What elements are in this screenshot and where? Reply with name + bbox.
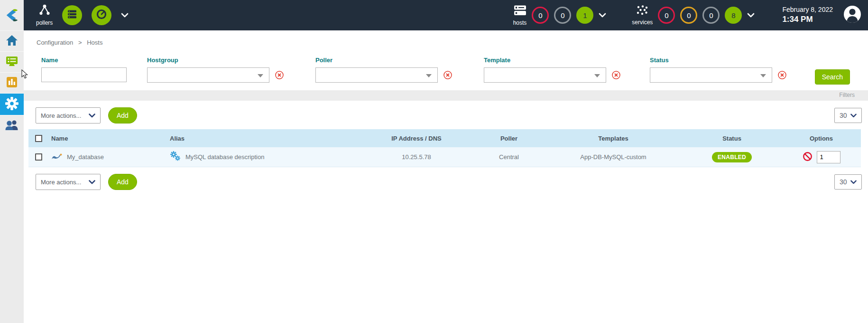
- filter-template-select[interactable]: [484, 67, 606, 83]
- more-actions-label: More actions...: [41, 112, 81, 119]
- centreon-app: pollers: [0, 0, 868, 323]
- more-actions-label: More actions...: [41, 179, 81, 186]
- breadcrumb-page[interactable]: Hosts: [87, 39, 102, 46]
- services-unknown-count[interactable]: 0: [702, 7, 720, 24]
- page-size-value: 30: [840, 112, 847, 119]
- centreon-logo[interactable]: [0, 0, 24, 30]
- header-ip[interactable]: IP Address / DNS: [360, 135, 473, 142]
- header-name[interactable]: Name: [51, 135, 68, 142]
- search-button[interactable]: Search: [815, 69, 850, 85]
- select-all-checkbox[interactable]: [35, 135, 42, 142]
- sidebar-item-home[interactable]: [0, 30, 24, 51]
- table-row: My_database: [28, 147, 861, 167]
- hosts-up-count[interactable]: 1: [576, 7, 593, 24]
- host-name-link[interactable]: My_database: [67, 153, 104, 161]
- gear-icon: [5, 97, 18, 112]
- gauge-icon: [96, 9, 107, 22]
- hosts-down-count[interactable]: 0: [532, 7, 549, 24]
- host-templates-text: App-DB-MySQL-custom: [545, 153, 682, 161]
- disable-host-icon[interactable]: [803, 152, 813, 163]
- pollers-label: pollers: [36, 19, 53, 26]
- filter-status-select[interactable]: [650, 67, 772, 83]
- top-toolbar: More actions... Add 30: [36, 107, 862, 124]
- header-status[interactable]: Status: [682, 135, 782, 142]
- chevron-down-icon: [89, 114, 95, 118]
- gears-icon[interactable]: [170, 151, 181, 163]
- current-time: 1:34 PM: [782, 14, 833, 25]
- hosts-unreachable-count[interactable]: 0: [554, 7, 571, 24]
- sidebar-item-reporting[interactable]: [0, 72, 24, 93]
- services-menu[interactable]: services: [632, 5, 653, 26]
- filter-name-label: Name: [41, 57, 147, 64]
- top-bar: pollers: [24, 0, 868, 30]
- page-size-value: 30: [840, 178, 847, 186]
- poller-latency-status-button[interactable]: [92, 5, 111, 25]
- sidebar-item-monitoring[interactable]: [0, 51, 24, 72]
- header-options: Options: [782, 135, 861, 142]
- pollers-menu[interactable]: pollers: [36, 4, 53, 26]
- filter-poller-select[interactable]: [315, 67, 438, 83]
- host-alias-text: MySQL database description: [185, 153, 264, 161]
- users-icon: [5, 119, 18, 133]
- hosts-table: Name Alias IP Address / DNS Poller Templ…: [28, 129, 861, 167]
- hosts-label: hosts: [513, 19, 527, 26]
- sidebar-item-administration[interactable]: [0, 115, 24, 136]
- filter-template-clear-icon[interactable]: [611, 70, 621, 80]
- add-button-top[interactable]: Add: [108, 107, 137, 124]
- header-templates[interactable]: Templates: [545, 135, 682, 142]
- services-expand-chevron[interactable]: [747, 13, 755, 18]
- filter-template-label: Template: [484, 57, 650, 64]
- database-stack-icon: [67, 9, 77, 21]
- host-ip-text: 10.25.5.78: [360, 153, 473, 161]
- chevron-down-icon: [89, 180, 95, 184]
- header-alias[interactable]: Alias: [170, 135, 185, 142]
- hosts-menu[interactable]: hosts: [513, 5, 527, 26]
- more-actions-select-top[interactable]: More actions...: [36, 107, 101, 124]
- filter-status-clear-icon[interactable]: [777, 70, 787, 80]
- main-content: Configuration > Hosts Name Hostgroup: [24, 30, 868, 323]
- more-actions-select-bottom[interactable]: More actions...: [36, 174, 101, 190]
- filter-status-label: Status: [650, 57, 806, 64]
- chevron-down-icon: [850, 180, 857, 184]
- duplicate-count-input[interactable]: [817, 151, 840, 163]
- host-poller-text: Central: [473, 153, 545, 161]
- clock: February 8, 2022 1:34 PM: [782, 5, 833, 25]
- header-poller[interactable]: Poller: [473, 135, 545, 142]
- dropdown-arrow-icon: [426, 74, 432, 77]
- mysql-icon: [51, 153, 63, 162]
- row-checkbox[interactable]: [35, 153, 42, 161]
- services-icon: [636, 5, 648, 18]
- filters-strip: Filters: [24, 90, 868, 101]
- current-date: February 8, 2022: [782, 5, 833, 14]
- services-critical-count[interactable]: 0: [658, 7, 675, 24]
- dropdown-arrow-icon: [760, 74, 766, 77]
- status-badge: ENABLED: [712, 152, 752, 162]
- services-ok-count[interactable]: 8: [725, 7, 742, 24]
- poller-database-status-button[interactable]: [62, 5, 82, 25]
- filter-hostgroup-label: Hostgroup: [147, 57, 315, 64]
- filter-hostgroup-clear-icon[interactable]: [275, 70, 284, 80]
- hosts-expand-chevron[interactable]: [599, 13, 606, 18]
- services-warning-count[interactable]: 0: [680, 7, 697, 24]
- table-header-row: Name Alias IP Address / DNS Poller Templ…: [28, 129, 861, 147]
- services-label: services: [632, 19, 653, 26]
- hosts-icon: [514, 5, 526, 18]
- filter-poller-label: Poller: [315, 57, 484, 64]
- breadcrumb-separator: >: [78, 39, 82, 46]
- pollers-expand-chevron[interactable]: [121, 13, 129, 18]
- filters-link[interactable]: Filters: [839, 92, 855, 98]
- page-size-select-top[interactable]: 30: [834, 108, 862, 123]
- add-button-bottom[interactable]: Add: [108, 174, 137, 190]
- monitor-icon: [6, 56, 18, 69]
- filter-name-input[interactable]: [41, 67, 127, 82]
- sidebar-item-configuration[interactable]: [0, 93, 24, 115]
- dropdown-arrow-icon: [594, 74, 600, 77]
- bar-chart-icon: [6, 76, 18, 90]
- breadcrumb-section[interactable]: Configuration: [37, 39, 73, 46]
- filter-panel: Name Hostgroup: [41, 57, 850, 85]
- chevron-down-icon: [850, 114, 857, 118]
- filter-hostgroup-select[interactable]: [147, 67, 269, 83]
- filter-poller-clear-icon[interactable]: [443, 70, 452, 80]
- page-size-select-bottom[interactable]: 30: [834, 174, 862, 190]
- user-avatar[interactable]: [843, 5, 861, 25]
